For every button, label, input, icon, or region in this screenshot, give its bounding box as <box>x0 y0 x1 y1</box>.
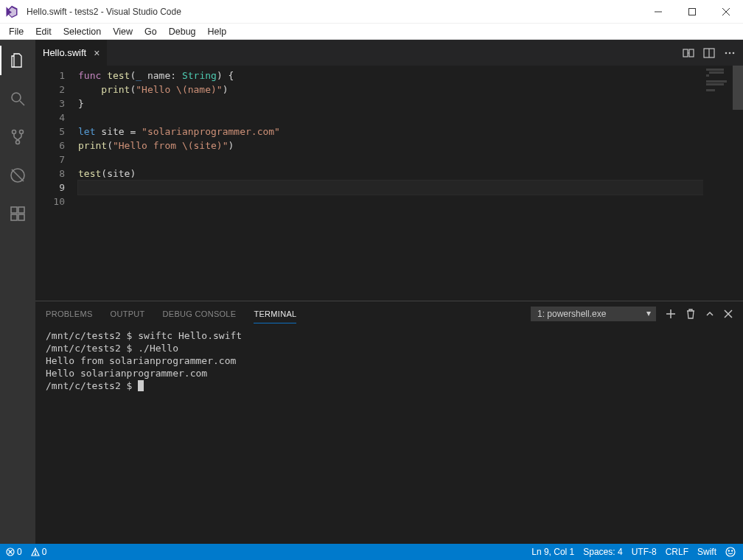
window-title: Hello.swift - tests2 - Visual Studio Cod… <box>24 7 641 17</box>
tabs-bar: Hello.swift × <box>35 40 743 66</box>
status-language[interactable]: Swift <box>697 547 716 557</box>
source-control-icon[interactable] <box>0 122 35 152</box>
menu-debug[interactable]: Debug <box>163 27 202 37</box>
close-tab-icon[interactable]: × <box>94 47 100 59</box>
close-button[interactable] <box>709 0 743 24</box>
svg-point-33 <box>732 550 733 551</box>
svg-rect-15 <box>683 49 688 57</box>
svg-rect-16 <box>689 49 694 57</box>
menu-selection[interactable]: Selection <box>57 27 107 37</box>
svg-point-31 <box>726 547 735 556</box>
panel-tab-terminal[interactable]: TERMINAL <box>254 309 296 323</box>
debug-icon[interactable] <box>0 161 35 190</box>
panel: PROBLEMSOUTPUTDEBUG CONSOLETERMINAL1: po… <box>35 301 743 544</box>
svg-point-32 <box>728 550 729 551</box>
terminal-output[interactable]: /mnt/c/tests2 $ swiftc Hello.swift/mnt/c… <box>35 326 743 544</box>
app-icon <box>0 5 24 18</box>
menu-edit[interactable]: Edit <box>29 27 57 37</box>
code-area[interactable]: func test(_ name: String) { print("Hello… <box>78 66 703 301</box>
svg-point-30 <box>35 554 35 555</box>
svg-rect-1 <box>689 8 696 15</box>
panel-tabs: PROBLEMSOUTPUTDEBUG CONSOLETERMINAL1: po… <box>35 301 743 326</box>
editor-vscroll[interactable] <box>733 66 743 301</box>
panel-tab-problems[interactable]: PROBLEMS <box>46 309 93 318</box>
svg-point-21 <box>733 52 735 54</box>
svg-line-5 <box>20 101 24 105</box>
activity-bar <box>0 40 35 544</box>
window-titlebar: Hello.swift - tests2 - Visual Studio Cod… <box>0 0 743 24</box>
menu-file[interactable]: File <box>3 27 29 37</box>
minimize-button[interactable] <box>641 0 675 24</box>
terminal-selector[interactable]: 1: powershell.exe <box>531 307 656 321</box>
svg-point-4 <box>12 93 21 102</box>
compare-icon[interactable] <box>683 47 694 59</box>
tab-hello-swift[interactable]: Hello.swift × <box>35 40 108 66</box>
menu-go[interactable]: Go <box>139 27 163 37</box>
extensions-icon[interactable] <box>0 199 35 228</box>
svg-rect-14 <box>18 214 24 220</box>
maximize-button[interactable] <box>675 0 709 24</box>
svg-point-19 <box>725 52 728 54</box>
menu-view[interactable]: View <box>107 27 139 37</box>
editor[interactable]: 12345678910 func test(_ name: String) { … <box>35 66 743 301</box>
status-eol[interactable]: CRLF <box>666 547 688 557</box>
status-cursor-pos[interactable]: Ln 9, Col 1 <box>531 547 574 557</box>
menubar: FileEditSelectionViewGoDebugHelp <box>0 24 743 40</box>
panel-close-icon[interactable] <box>724 309 733 318</box>
svg-point-6 <box>13 130 16 134</box>
search-icon[interactable] <box>0 84 35 113</box>
panel-tab-output[interactable]: OUTPUT <box>111 309 145 318</box>
tab-label: Hello.swift <box>43 47 86 58</box>
svg-rect-11 <box>11 207 17 213</box>
status-warnings[interactable]: 0 <box>31 547 47 557</box>
kill-terminal-icon[interactable] <box>686 309 696 319</box>
svg-rect-12 <box>18 207 24 213</box>
status-indentation[interactable]: Spaces: 4 <box>583 547 622 557</box>
minimap[interactable] <box>703 66 733 301</box>
svg-line-10 <box>12 169 24 181</box>
svg-point-8 <box>16 141 20 144</box>
line-gutter: 12345678910 <box>35 66 78 301</box>
status-encoding[interactable]: UTF-8 <box>632 547 657 557</box>
panel-maximize-icon[interactable] <box>705 309 715 319</box>
svg-point-7 <box>20 130 24 134</box>
new-terminal-icon[interactable] <box>665 308 677 320</box>
svg-rect-13 <box>11 214 17 220</box>
more-actions-icon[interactable] <box>724 47 736 59</box>
split-editor-icon[interactable] <box>703 47 715 59</box>
explorer-icon[interactable] <box>0 46 35 75</box>
status-errors[interactable]: 0 <box>6 547 22 557</box>
panel-tab-debug-console[interactable]: DEBUG CONSOLE <box>163 309 237 318</box>
svg-point-20 <box>729 52 731 54</box>
menu-help[interactable]: Help <box>202 27 233 37</box>
feedback-icon[interactable] <box>725 547 736 557</box>
status-bar: 0 0 Ln 9, Col 1 Spaces: 4 UTF-8 CRLF Swi… <box>0 544 743 560</box>
